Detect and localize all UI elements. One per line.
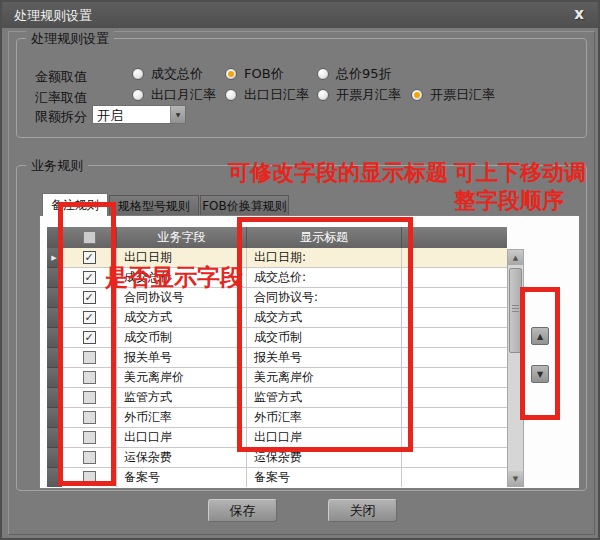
business-field-cell[interactable]: 出口口岸	[117, 428, 247, 448]
radio-option[interactable]: 开票月汇率	[317, 87, 401, 103]
table-row[interactable]: 出口口岸出口口岸	[47, 428, 507, 448]
display-title-cell[interactable]: 成交币制	[247, 328, 402, 348]
display-title-cell[interactable]: 运保杂费	[247, 448, 402, 468]
thumb-grip-icon	[512, 305, 519, 306]
save-button[interactable]: 保存	[208, 499, 277, 522]
radio-option[interactable]: FOB价	[225, 66, 284, 82]
row-checkbox-cell	[62, 348, 117, 368]
table-row[interactable]: 监管方式监管方式	[47, 388, 507, 408]
row-checkbox-cell: ✓	[62, 288, 117, 308]
header-checkbox-cell	[62, 227, 117, 248]
row-checkbox[interactable]: ✓	[83, 291, 96, 304]
empty-cell	[402, 328, 507, 348]
business-field-cell[interactable]: 备案号	[117, 468, 247, 487]
table-row[interactable]: 美元离岸价美元离岸价	[47, 368, 507, 388]
limit-split-dropdown[interactable]: 开启 ▼	[92, 105, 186, 124]
radio-option[interactable]: 出口月汇率	[132, 87, 216, 103]
tab-3[interactable]: FOB价换算规则	[200, 195, 289, 216]
radio-label: 总价95折	[336, 65, 392, 83]
table-row[interactable]: 外币汇率外币汇率	[47, 408, 507, 428]
radio-option[interactable]: 开票日汇率	[411, 87, 495, 103]
table-row[interactable]: ✓成交总价成交总价:	[47, 268, 507, 288]
window-title: 处理规则设置	[14, 7, 92, 25]
close-icon[interactable]: x	[574, 5, 584, 23]
move-up-button[interactable]: ▲	[531, 327, 549, 345]
radio-icon	[132, 89, 144, 101]
business-field-cell[interactable]: 报关单号	[117, 348, 247, 368]
row-checkbox[interactable]	[83, 391, 96, 404]
scroll-up-icon[interactable]: ▲	[508, 250, 523, 265]
business-field-cell[interactable]: 成交币制	[117, 328, 247, 348]
table-row[interactable]: 备案号备案号	[47, 468, 507, 487]
radio-option[interactable]: 成交总价	[132, 66, 203, 82]
display-title-cell[interactable]: 合同协议号:	[247, 288, 402, 308]
empty-cell	[402, 248, 507, 268]
radio-option[interactable]: 出口日汇率	[225, 87, 309, 103]
business-field-cell[interactable]: 成交总价	[117, 268, 247, 288]
display-title-cell[interactable]: 出口日期:	[247, 248, 402, 268]
display-title-cell[interactable]: 出口口岸	[247, 428, 402, 448]
table-row[interactable]: 运保杂费运保杂费	[47, 448, 507, 468]
row-checkbox[interactable]	[83, 411, 96, 424]
display-title-cell[interactable]: 成交方式	[247, 308, 402, 328]
chevron-down-icon[interactable]: ▼	[170, 106, 185, 123]
empty-cell	[402, 308, 507, 328]
tab-2[interactable]: 规格型号规则	[109, 195, 199, 216]
table-row[interactable]: ✓成交币制成交币制	[47, 328, 507, 348]
display-title-cell[interactable]: 监管方式	[247, 388, 402, 408]
rate-value-label: 汇率取值	[35, 89, 87, 107]
table-row[interactable]: ✓合同协议号合同协议号:	[47, 288, 507, 308]
business-field-cell[interactable]: 监管方式	[117, 388, 247, 408]
business-rules-group-title: 业务规则	[26, 157, 88, 175]
business-field-cell[interactable]: 合同协议号	[117, 288, 247, 308]
radio-icon	[317, 68, 329, 80]
row-selector-cell	[47, 448, 62, 468]
move-down-button[interactable]: ▼	[531, 365, 549, 383]
select-all-checkbox[interactable]	[83, 231, 96, 244]
header-row-selector-cell	[47, 227, 62, 248]
row-checkbox[interactable]	[83, 471, 96, 484]
table-row[interactable]: ▶✓出口日期出口日期:	[47, 248, 507, 268]
display-title-cell[interactable]: 报关单号	[247, 348, 402, 368]
row-checkbox[interactable]	[83, 431, 96, 444]
tab-1[interactable]: 备注规则	[42, 193, 108, 216]
row-checkbox-cell	[62, 448, 117, 468]
display-title-cell[interactable]: 美元离岸价	[247, 368, 402, 388]
empty-cell	[402, 368, 507, 388]
radio-label: FOB价	[244, 65, 284, 83]
table-header-row: 业务字段 显示标题	[47, 227, 507, 248]
row-selector-cell	[47, 308, 62, 328]
row-checkbox[interactable]: ✓	[83, 251, 96, 264]
business-field-cell[interactable]: 运保杂费	[117, 448, 247, 468]
empty-cell	[402, 428, 507, 448]
row-checkbox-cell	[62, 428, 117, 448]
row-checkbox-cell	[62, 408, 117, 428]
empty-cell	[402, 468, 507, 487]
radio-icon	[225, 68, 237, 80]
row-checkbox[interactable]	[83, 351, 96, 364]
close-button[interactable]: 关闭	[328, 499, 397, 522]
arrow-up-icon: ▲	[537, 332, 543, 341]
row-checkbox[interactable]	[83, 451, 96, 464]
scrollbar-thumb[interactable]	[509, 268, 522, 353]
business-field-cell[interactable]: 美元离岸价	[117, 368, 247, 388]
radio-option[interactable]: 总价95折	[317, 66, 392, 82]
business-field-cell[interactable]: 成交方式	[117, 308, 247, 328]
table-row[interactable]: 报关单号报关单号	[47, 348, 507, 368]
row-selector-cell	[47, 288, 62, 308]
display-title-cell[interactable]: 外币汇率	[247, 408, 402, 428]
vertical-scrollbar[interactable]: ▲ ▼	[507, 249, 524, 487]
amount-value-label: 金额取值	[35, 68, 87, 86]
row-checkbox[interactable]: ✓	[83, 271, 96, 284]
display-title-cell[interactable]: 备案号	[247, 468, 402, 487]
row-checkbox[interactable]: ✓	[83, 311, 96, 324]
display-title-cell[interactable]: 成交总价:	[247, 268, 402, 288]
business-field-cell[interactable]: 外币汇率	[117, 408, 247, 428]
row-selector-cell	[47, 368, 62, 388]
row-checkbox[interactable]	[83, 371, 96, 384]
scroll-down-icon[interactable]: ▼	[508, 471, 523, 486]
business-field-cell[interactable]: 出口日期	[117, 248, 247, 268]
radio-label: 出口日汇率	[244, 86, 309, 104]
table-row[interactable]: ✓成交方式成交方式	[47, 308, 507, 328]
row-checkbox[interactable]: ✓	[83, 331, 96, 344]
